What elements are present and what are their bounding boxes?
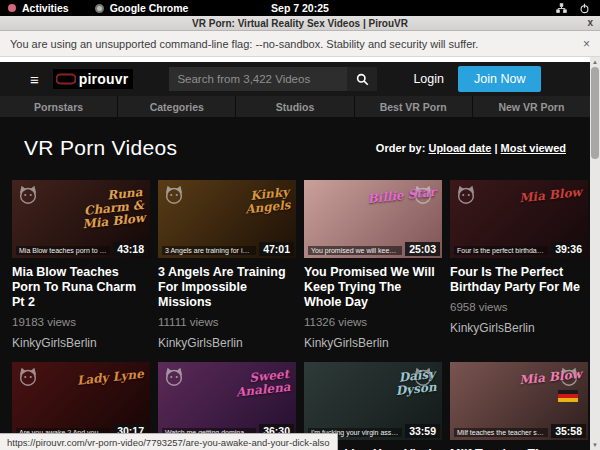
thumbnail-overlay-title: Runa Charm & Mia Blow	[62, 186, 146, 233]
duration-badge: 35:58	[551, 424, 586, 438]
thumbnail-overlay-title: Kinky Angels	[209, 186, 291, 220]
nav-item-pornstars[interactable]: Pornstars	[0, 96, 117, 117]
status-url-bar: https://pirouvr.com/vr-porn-video/779325…	[0, 433, 338, 450]
thumbnail-caption: Mia Blow teaches porn to Runa Charm pt. …	[16, 246, 110, 255]
nav-item-categories[interactable]: Categories	[117, 96, 235, 117]
thumbnail-overlay-title: Sweet Analena	[209, 368, 291, 402]
warning-text: You are using an unsupported command-lin…	[10, 38, 478, 50]
video-thumbnail[interactable]: Mia Blow Milf teaches the teacher some p…	[450, 362, 588, 440]
video-thumbnail[interactable]: Sweet Analena Watch me getting dominated…	[158, 362, 296, 440]
thumbnail-overlay-title: Daisy Dyson	[355, 368, 437, 402]
studio-catmask-logo-icon	[163, 184, 185, 206]
video-title-link[interactable]: You Promised We Will Keep Trying The Who…	[304, 265, 442, 310]
screen: Activities Google Chrome Sep 7 20:25 VR …	[0, 0, 600, 450]
studio-catmask-logo-icon	[455, 184, 477, 206]
order-upload-date-link[interactable]: Upload date	[428, 142, 491, 154]
duration-badge: 47:01	[259, 242, 294, 256]
studio-link[interactable]: KinkyGirlsBerlin	[158, 336, 296, 350]
page-title: VR Porn Videos	[24, 136, 177, 160]
studio-catmask-logo-icon	[163, 366, 185, 388]
order-most-viewed-link[interactable]: Most viewed	[501, 142, 566, 154]
scrollbar[interactable]: ▲ ▼	[590, 57, 600, 450]
video-card[interactable]: Kinky Angels 3 Angels are training for i…	[158, 180, 296, 350]
page-head: VR Porn Videos Order by: Upload date | M…	[0, 117, 590, 179]
video-card[interactable]: Mia Blow Four is the perfect birthday pa…	[450, 180, 588, 350]
network-icon[interactable]	[556, 3, 567, 14]
warning-close-icon[interactable]: ×	[583, 37, 590, 51]
hamburger-menu-icon[interactable]: ≡	[30, 72, 39, 87]
studio-link[interactable]: KinkyGirlsBerlin	[12, 336, 150, 350]
view-count: 11111 views	[158, 316, 296, 328]
thumbnail-caption: 3 Angels are training for impossible mis…	[162, 246, 256, 255]
main-nav: PornstarsCategoriesStudiosBest VR PornNe…	[0, 96, 590, 117]
logo-text: pirouvr	[79, 71, 129, 87]
studio-link[interactable]: KinkyGirlsBerlin	[450, 321, 588, 335]
chrome-warning-bar: You are using an unsupported command-lin…	[0, 31, 600, 57]
studio-catmask-logo-icon	[17, 184, 39, 206]
duration-badge: 43:18	[113, 242, 148, 256]
login-link[interactable]: Login	[413, 72, 444, 86]
thumbnail-caption: You promised we will keep trying the who…	[308, 246, 402, 255]
scrollbar-thumb[interactable]	[591, 67, 599, 159]
power-icon[interactable]	[579, 3, 590, 14]
scroll-up-icon[interactable]: ▲	[590, 57, 600, 67]
order-by: Order by: Upload date | Most viewed	[376, 142, 566, 154]
video-thumbnail[interactable]: Kinky Angels 3 Angels are training for i…	[158, 180, 296, 258]
video-card[interactable]: Billie Star You promised we will keep tr…	[304, 180, 442, 350]
thumbnail-overlay-title: Lady Lyne	[64, 368, 145, 389]
thumbnail-caption: Milf teaches the teacher some practical …	[454, 428, 548, 437]
order-by-label: Order by:	[376, 142, 426, 154]
nav-item-studios[interactable]: Studios	[235, 96, 353, 117]
duration-badge: 33:59	[405, 424, 440, 438]
duration-badge: 25:03	[405, 242, 440, 256]
scroll-down-icon[interactable]: ▼	[590, 440, 600, 450]
video-title-link[interactable]: Mia Blow Teaches Porn To Runa Charm Pt 2	[12, 265, 150, 310]
window-title-bar: VR Porn: Virtual Reality Sex Videos | Pi…	[0, 16, 600, 31]
view-count: 6958 views	[450, 301, 588, 313]
site-logo[interactable]: pirouvr	[53, 69, 134, 89]
video-grid: Runa Charm & Mia Blow Mia Blow teaches p…	[12, 180, 588, 450]
video-title-link[interactable]: Four Is The Perfect Birthday Party For M…	[450, 265, 588, 295]
vr-goggles-icon	[56, 73, 76, 85]
video-thumbnail[interactable]: Lady Lyne Are you awake ? And your dick …	[12, 362, 150, 440]
studio-catmask-logo-icon	[17, 366, 39, 388]
order-separator: |	[494, 142, 497, 154]
video-card[interactable]: Runa Charm & Mia Blow Mia Blow teaches p…	[12, 180, 150, 350]
video-thumbnail[interactable]: Runa Charm & Mia Blow Mia Blow teaches p…	[12, 180, 150, 258]
system-top-bar: Activities Google Chrome Sep 7 20:25	[0, 0, 600, 16]
thumbnail-caption: Four is the perfect birthday party for m…	[454, 246, 548, 255]
video-thumbnail[interactable]: Billie Star You promised we will keep tr…	[304, 180, 442, 258]
search-bar	[169, 67, 377, 91]
join-now-button[interactable]: Join Now	[458, 66, 541, 92]
nav-item-new-vr-porn[interactable]: New VR Porn	[472, 96, 590, 117]
nav-item-best-vr-porn[interactable]: Best VR Porn	[354, 96, 472, 117]
thumbnail-overlay-title: Mia Blow	[502, 186, 583, 207]
search-icon	[356, 73, 369, 86]
window-close-button[interactable]: x	[587, 17, 593, 28]
search-input[interactable]	[169, 67, 347, 91]
focused-app-menu[interactable]: Google Chrome	[110, 2, 189, 14]
german-flag-icon	[558, 390, 578, 402]
video-thumbnail[interactable]: Daisy Dyson I'm fucking your virgin ass …	[304, 362, 442, 440]
record-indicator-icon	[8, 4, 16, 12]
video-title-link[interactable]: 3 Angels Are Training For Impossible Mis…	[158, 265, 296, 310]
window-title: VR Porn: Virtual Reality Sex Videos | Pi…	[192, 18, 408, 29]
video-card[interactable]: Mia Blow Milf teaches the teacher some p…	[450, 362, 588, 450]
chrome-icon	[95, 4, 104, 13]
site-header: ≡ pirouvr Login Join Now	[0, 62, 600, 96]
activities-button[interactable]: Activities	[22, 2, 69, 14]
view-count: 19183 views	[12, 316, 150, 328]
video-thumbnail[interactable]: Mia Blow Four is the perfect birthday pa…	[450, 180, 588, 258]
search-button[interactable]	[347, 67, 377, 91]
studio-link[interactable]: KinkyGirlsBerlin	[304, 336, 442, 350]
duration-badge: 39:36	[551, 242, 586, 256]
view-count: 11326 views	[304, 316, 442, 328]
